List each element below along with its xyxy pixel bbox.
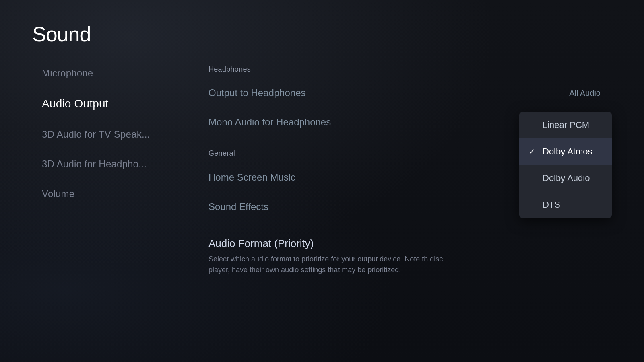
- sidebar-item-3d-audio-headphones[interactable]: 3D Audio for Headpho...: [32, 151, 185, 177]
- dropdown-label-linear-pcm: Linear PCM: [543, 120, 589, 130]
- main-content: Headphones Output to Headphones All Audi…: [197, 60, 612, 284]
- check-icon-dolby-atmos: ✓: [529, 147, 537, 156]
- sidebar-item-audio-output[interactable]: Audio Output: [32, 90, 185, 117]
- dropdown-item-dolby-atmos[interactable]: ✓ Dolby Atmos: [519, 138, 612, 165]
- dropdown-item-dolby-audio[interactable]: Dolby Audio: [519, 165, 612, 191]
- sound-effects-label: Sound Effects: [208, 201, 268, 212]
- output-to-headphones-item[interactable]: Output to Headphones All Audio: [197, 78, 612, 107]
- mono-audio-label: Mono Audio for Headphones: [208, 117, 331, 128]
- sound-effects-item[interactable]: Sound Effects Linear PCM ✓ Dolby Atmos D…: [197, 192, 612, 221]
- output-to-headphones-value: All Audio: [569, 88, 601, 98]
- sidebar: Microphone Audio Output 3D Audio for TV …: [32, 60, 185, 207]
- dropdown-item-linear-pcm[interactable]: Linear PCM: [519, 112, 612, 138]
- dropdown-label-dts: DTS: [543, 200, 560, 210]
- sidebar-item-3d-audio-tv[interactable]: 3D Audio for TV Speak...: [32, 121, 185, 147]
- dropdown-item-dts[interactable]: DTS: [519, 191, 612, 218]
- dropdown-label-dolby-atmos: Dolby Atmos: [543, 146, 592, 157]
- audio-format-description: Select which audio format to prioritize …: [208, 254, 450, 276]
- section-label-headphones: Headphones: [197, 60, 612, 78]
- page-title: Sound: [32, 22, 91, 46]
- spacer-2: [197, 221, 612, 228]
- audio-format-title: Audio Format (Priority): [208, 237, 601, 250]
- output-to-headphones-label: Output to Headphones: [208, 87, 306, 99]
- home-screen-music-label: Home Screen Music: [208, 172, 295, 183]
- audio-format-dropdown: Linear PCM ✓ Dolby Atmos Dolby Audio DTS: [519, 112, 612, 218]
- sidebar-item-microphone[interactable]: Microphone: [32, 60, 185, 86]
- audio-format-priority-item[interactable]: Audio Format (Priority) Select which aud…: [197, 228, 612, 284]
- sidebar-item-volume[interactable]: Volume: [32, 181, 185, 207]
- dropdown-label-dolby-audio: Dolby Audio: [543, 173, 590, 183]
